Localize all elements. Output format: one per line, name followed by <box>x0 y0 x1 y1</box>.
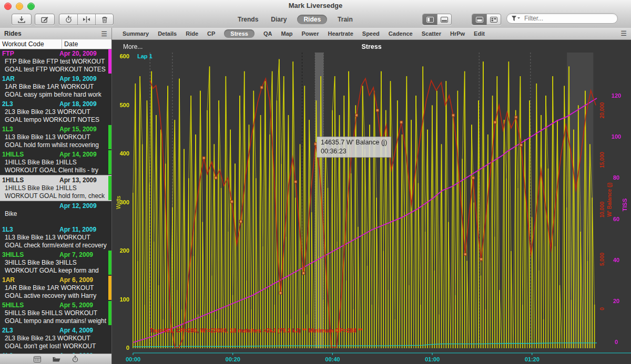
tooltip-time: 00:36:23 <box>321 147 387 156</box>
chart-tab-cadence[interactable]: Cadence <box>389 30 413 37</box>
ride-color-bar <box>108 301 111 325</box>
chart-tab-stress[interactable]: Stress <box>224 29 255 38</box>
ride-list: FTPApr 20, 2009FTP Bike Bike FTP test WO… <box>0 49 111 354</box>
view-tab-trends[interactable]: Trends <box>236 15 260 24</box>
column-header-date[interactable]: Date <box>62 39 111 49</box>
ride-description: 1HILLS Bike Bike 1HILLS WORKOUT GOAL Cle… <box>2 159 108 174</box>
panel-toggles-group <box>422 14 452 25</box>
sidebar-menu-icon[interactable]: ☰ <box>101 30 107 37</box>
filter-input[interactable] <box>523 14 613 23</box>
ride-code: 3HILLS <box>2 251 59 259</box>
delete-button[interactable] <box>95 14 113 25</box>
ride-code: 2L3 <box>2 100 59 108</box>
window-title: Mark Liversedge <box>0 2 631 9</box>
sidebar-toggle-icon <box>426 17 434 23</box>
ride-code: 1AR <box>2 276 59 284</box>
chart-tooltip: 14635.7 W' Balance (j) 00:36:23 <box>317 137 391 158</box>
chart-tab-heartrate[interactable]: Heartrate <box>328 30 353 37</box>
ride-date: Apr 5, 2009 <box>59 301 107 309</box>
ride-date: Apr 12, 2009 <box>59 202 107 210</box>
ride-list-item[interactable]: 1L3Apr 15, 20091L3 Bike Bike 1L3 WORKOUT… <box>0 124 111 150</box>
ride-code: 1HILLS <box>2 151 59 159</box>
ride-list-item[interactable]: FTPApr 20, 2009FTP Bike Bike FTP test WO… <box>0 49 111 74</box>
ride-date: Apr 19, 2009 <box>59 75 107 83</box>
sidebar-footer <box>0 353 111 364</box>
ride-description: FTP Bike Bike FTP test WORKOUT GOAL test… <box>2 58 108 74</box>
ride-description: 1L3 Bike Bike 1L3 WORKOUT GOAL check for… <box>2 234 108 249</box>
view-tabs: TrendsDiaryRidesTrain <box>236 15 355 24</box>
chart-tab-details[interactable]: Details <box>158 30 177 37</box>
sidebar-title: Rides <box>4 30 22 37</box>
lap-marker-label: Lap 1 <box>137 53 152 59</box>
chart-tab-scatter[interactable]: Scatter <box>422 30 441 37</box>
ride-description: 2L3 Bike Bike 2L3 WORKOUT GOAL don't get… <box>2 335 108 350</box>
ride-list-item[interactable]: 1ARApr 6, 20091AR Bike Bike 1AR WORKOUT … <box>0 275 111 300</box>
folder-icon[interactable] <box>53 356 60 362</box>
chart-tabs: SummaryDetailsRideCPStressQAMapPowerHear… <box>112 28 631 39</box>
ride-code: 1L3 <box>2 126 59 133</box>
interval-button[interactable] <box>59 14 77 25</box>
edit-button[interactable] <box>35 14 55 25</box>
ride-color-bar <box>108 276 111 300</box>
ride-description: 3HILLS Bike Bike 3HILLS WORKOUT GOAL kee… <box>2 259 108 275</box>
stress-chart-canvas[interactable] <box>112 39 631 364</box>
stopwatch-icon[interactable] <box>72 356 78 362</box>
calendar-icon[interactable] <box>34 356 41 362</box>
chart-tab-ride[interactable]: Ride <box>186 30 198 37</box>
ride-list-item[interactable]: 1HILLSApr 14, 20091HILLS Bike Bike 1HILL… <box>0 150 111 175</box>
ride-list-item[interactable]: 1ARApr 19, 20091AR Bike Bike 1AR WORKOUT… <box>0 74 111 99</box>
single-view-button[interactable] <box>472 14 486 25</box>
download-button[interactable] <box>12 14 32 25</box>
ride-description: 1HILLS Bike Bike 1HILLS WORKOUT GOAL hol… <box>2 184 108 200</box>
ride-code: 1AR <box>2 75 59 83</box>
single-view-icon <box>476 17 483 23</box>
chart-tab-qa[interactable]: QA <box>263 30 272 37</box>
column-header-workout-code[interactable]: Workout Code <box>0 39 62 49</box>
window-titlebar: Mark Liversedge <box>0 0 631 28</box>
chart-tab-summary[interactable]: Summary <box>123 30 149 37</box>
download-icon <box>18 16 25 23</box>
chart-tab-speed[interactable]: Speed <box>362 30 380 37</box>
ride-tools-group <box>59 14 114 25</box>
ride-list-item[interactable]: 2L3Apr 18, 20092L3 Bike Bike 2L3 WORKOUT… <box>0 99 111 124</box>
ride-date: Apr 15, 2009 <box>59 126 107 133</box>
view-tab-diary[interactable]: Diary <box>269 15 289 24</box>
ride-list-item[interactable]: 3HILLSApr 7, 20093HILLS Bike Bike 3HILLS… <box>0 250 111 275</box>
sidebar-toggle-button[interactable] <box>423 14 437 25</box>
edit-icon <box>41 16 48 23</box>
ride-color-bar <box>108 176 111 200</box>
tiled-view-icon <box>490 17 497 23</box>
chart-tab-hrpw[interactable]: HrPw <box>450 30 465 37</box>
chart-tab-power[interactable]: Power <box>301 30 319 37</box>
filter-field <box>506 13 618 24</box>
filter-funnel-icon[interactable] <box>511 15 521 22</box>
ride-date: Apr 7, 2009 <box>59 251 107 259</box>
ride-list-item[interactable]: 5HILLSApr 5, 20095HILLS Bike 5HILLS WORK… <box>0 300 111 326</box>
ride-list-item[interactable]: Apr 12, 2009Bike <box>0 201 111 225</box>
split-icon <box>83 16 90 23</box>
chart-tab-edit[interactable]: Edit <box>474 30 485 37</box>
split-button[interactable] <box>77 14 95 25</box>
ride-date: Apr 11, 2009 <box>59 226 107 234</box>
layout-toggles-group <box>472 14 501 25</box>
ride-color-bar <box>108 150 111 174</box>
ride-code <box>2 202 59 210</box>
ride-code: 1HILLS <box>2 176 59 184</box>
tiled-view-button[interactable] <box>486 14 501 25</box>
ride-date: Apr 6, 2009 <box>59 276 107 284</box>
view-tab-rides[interactable]: Rides <box>297 15 327 24</box>
bottombar-toggle-icon <box>441 17 448 23</box>
chart-tab-map[interactable]: Map <box>281 30 292 37</box>
ride-description: 5HILLS Bike 5HILLS WORKOUT GOAL tempo an… <box>2 309 108 325</box>
ride-list-item[interactable]: 1HILLSApr 13, 20091HILLS Bike Bike 1HILL… <box>0 175 111 201</box>
ride-list-item[interactable]: 2L3Apr 4, 20092L3 Bike Bike 2L3 WORKOUT … <box>0 326 111 351</box>
second-toolbar-row: Rides ☰ SummaryDetailsRideCPStressQAMapP… <box>0 28 631 40</box>
stopwatch-icon <box>65 16 72 23</box>
ride-description: 1AR Bike Bike 1AR WORKOUT GOAL active re… <box>2 284 108 300</box>
ride-list-item[interactable]: 1L3Apr 11, 20091L3 Bike Bike 1L3 WORKOUT… <box>0 225 111 250</box>
chart-tab-cp[interactable]: CP <box>207 30 215 37</box>
chart-menu-icon[interactable]: ☰ <box>620 30 627 37</box>
bottombar-toggle-button[interactable] <box>437 14 451 25</box>
view-tab-train[interactable]: Train <box>335 15 355 24</box>
ride-code: 1L3 <box>2 226 59 234</box>
